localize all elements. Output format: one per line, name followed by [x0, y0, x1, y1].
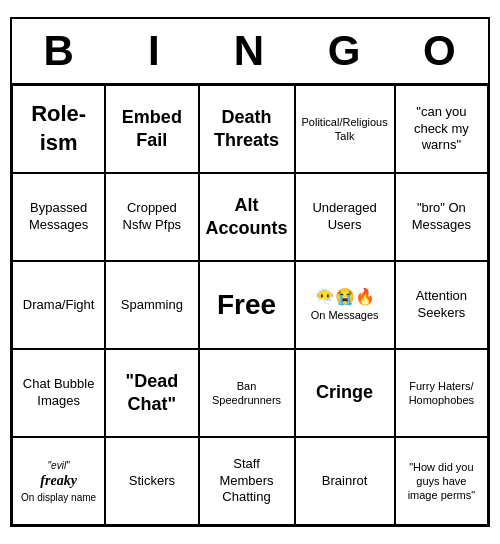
header-i: I — [107, 27, 202, 75]
header-n: N — [202, 27, 297, 75]
cell-r0c3: Political/Religious Talk — [295, 85, 395, 173]
cell-r1c0: Bypassed Messages — [12, 173, 105, 261]
header-o: O — [393, 27, 488, 75]
cell-r1c1: Cropped Nsfw Pfps — [105, 173, 198, 261]
cell-r0c2: Death Threats — [199, 85, 295, 173]
cell-r3c2: Ban Speedrunners — [199, 349, 295, 437]
cell-r4c3: Brainrot — [295, 437, 395, 525]
cell-r2c0: Drama/Fight — [12, 261, 105, 349]
cell-r2c1: Spamming — [105, 261, 198, 349]
cell-r4c2: Staff Members Chatting — [199, 437, 295, 525]
bingo-card: B I N G O Role-ism Embed Fail Death Thre… — [10, 17, 490, 527]
cell-r1c2: Alt Accounts — [199, 173, 295, 261]
cell-r3c1: "Dead Chat" — [105, 349, 198, 437]
cell-r4c4: "How did you guys have image perms" — [395, 437, 488, 525]
bingo-header: B I N G O — [12, 19, 488, 85]
cell-r4c0: "evil" freaky On display name — [12, 437, 105, 525]
cell-r3c0: Chat Bubble Images — [12, 349, 105, 437]
cell-r2c2-free: Free — [199, 261, 295, 349]
cell-r1c3: Underaged Users — [295, 173, 395, 261]
header-b: B — [12, 27, 107, 75]
header-g: G — [298, 27, 393, 75]
cell-r3c3: Cringe — [295, 349, 395, 437]
cell-r2c3: 😶‍🌫️😭🔥On Messages — [295, 261, 395, 349]
cell-r0c4: "can you check my warns" — [395, 85, 488, 173]
cell-r1c4: "bro" On Messages — [395, 173, 488, 261]
cell-r3c4: Furry Haters/ Homophobes — [395, 349, 488, 437]
cell-r0c1: Embed Fail — [105, 85, 198, 173]
bingo-grid: Role-ism Embed Fail Death Threats Politi… — [12, 85, 488, 525]
cell-r4c1: Stickers — [105, 437, 198, 525]
cell-r2c4: Attention Seekers — [395, 261, 488, 349]
cell-r0c0: Role-ism — [12, 85, 105, 173]
